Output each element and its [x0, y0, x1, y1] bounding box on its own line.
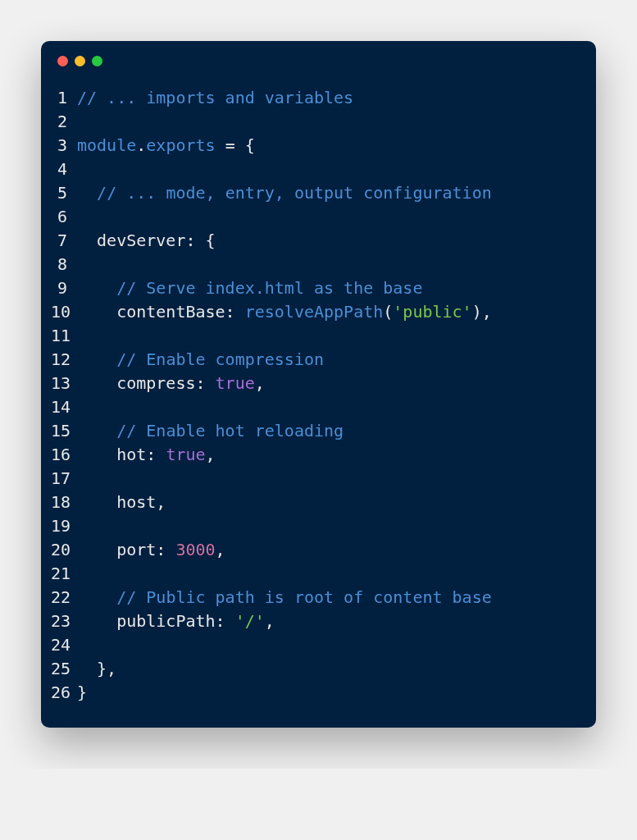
line-content: // ... mode, entry, output configuration [77, 181, 580, 205]
code-area[interactable]: 1// ... imports and variables23module.ex… [41, 76, 596, 708]
code-line: 17 [51, 467, 580, 491]
line-number: 17 [51, 467, 77, 491]
code-line: 2 [51, 110, 580, 134]
code-token: // Serve index.html as the base [116, 278, 422, 298]
code-token: host, [77, 492, 166, 512]
code-token [77, 587, 116, 607]
line-number: 5 [51, 181, 77, 205]
line-number: 23 [51, 609, 77, 633]
code-line: 8 [51, 253, 580, 276]
line-content [77, 395, 580, 419]
code-line: 23 publicPath: '/', [51, 609, 580, 633]
line-number: 24 [51, 633, 77, 657]
code-line: 13 compress: true, [51, 372, 580, 395]
line-content: contentBase: resolveAppPath('public'), [77, 300, 580, 324]
editor-window: 1// ... imports and variables23module.ex… [41, 41, 596, 728]
code-token: hot: [77, 445, 166, 464]
code-line: 9 // Serve index.html as the base [51, 276, 580, 300]
code-line: 1// ... imports and variables [51, 86, 580, 110]
line-number: 21 [51, 562, 77, 586]
code-token [77, 278, 116, 298]
code-line: 22 // Public path is root of content bas… [51, 586, 580, 609]
line-content: host, [77, 491, 580, 514]
code-line: 4 [51, 158, 580, 181]
line-number: 20 [51, 538, 77, 562]
code-line: 18 host, [51, 491, 580, 514]
minimize-icon[interactable] [75, 56, 85, 66]
code-token: contentBase: [77, 302, 245, 322]
code-token: ( [383, 302, 393, 322]
code-line: 24 [51, 633, 580, 657]
line-number: 16 [51, 443, 77, 467]
line-number: 26 [51, 681, 77, 705]
code-line: 21 [51, 562, 580, 586]
line-content [77, 633, 580, 657]
code-token [77, 183, 97, 203]
code-line: 16 hot: true, [51, 443, 580, 467]
code-line: 25 }, [51, 657, 580, 681]
line-content [77, 253, 580, 276]
code-line: 26} [51, 681, 580, 705]
code-line: 11 [51, 324, 580, 348]
code-line: 3module.exports = { [51, 134, 580, 158]
line-number: 7 [51, 229, 77, 253]
line-number: 18 [51, 491, 77, 514]
line-number: 11 [51, 324, 77, 348]
code-token: true [166, 445, 205, 464]
line-number: 25 [51, 657, 77, 681]
line-number: 8 [51, 253, 77, 276]
line-content [77, 158, 580, 181]
line-number: 19 [51, 514, 77, 538]
code-line: 7 devServer: { [51, 229, 580, 253]
code-token: // Enable compression [116, 349, 324, 369]
line-number: 1 [51, 86, 77, 110]
code-token: // ... mode, entry, output configuration [97, 183, 492, 203]
line-content: publicPath: '/', [77, 609, 580, 633]
code-token: '/' [235, 611, 265, 631]
code-line: 12 // Enable compression [51, 348, 580, 372]
code-token: // ... imports and variables [77, 88, 353, 107]
line-number: 6 [51, 205, 77, 229]
line-number: 4 [51, 158, 77, 181]
line-content: // Enable compression [77, 348, 580, 372]
maximize-icon[interactable] [92, 56, 102, 66]
code-line: 6 [51, 205, 580, 229]
line-content [77, 562, 580, 586]
code-token: // Public path is root of content base [116, 587, 492, 607]
line-content: module.exports = { [77, 134, 580, 158]
code-line: 10 contentBase: resolveAppPath('public')… [51, 300, 580, 324]
code-token: // Enable hot reloading [116, 421, 344, 441]
code-token: . [136, 135, 146, 155]
code-line: 5 // ... mode, entry, output configurati… [51, 181, 580, 205]
line-content: // Serve index.html as the base [77, 276, 580, 300]
line-content: // ... imports and variables [77, 86, 580, 110]
window-controls [41, 41, 596, 76]
line-content: port: 3000, [77, 538, 580, 562]
line-number: 13 [51, 372, 77, 395]
line-number: 10 [51, 300, 77, 324]
line-content [77, 514, 580, 538]
line-content: // Enable hot reloading [77, 419, 580, 443]
code-token [77, 421, 116, 441]
code-token: } [77, 682, 87, 702]
line-number: 2 [51, 110, 77, 134]
code-token: , [255, 373, 265, 393]
close-icon[interactable] [57, 56, 68, 66]
code-line: 15 // Enable hot reloading [51, 419, 580, 443]
code-token: , [206, 445, 216, 464]
code-token: compress: [77, 373, 216, 393]
code-token: }, [77, 659, 116, 678]
code-token: ), [472, 302, 492, 322]
line-content: compress: true, [77, 372, 580, 395]
code-token: devServer: { [77, 231, 216, 250]
line-content [77, 110, 580, 134]
code-token: 'public' [393, 302, 471, 322]
code-token: , [216, 540, 225, 559]
line-number: 12 [51, 348, 77, 372]
code-token: exports [146, 135, 215, 155]
line-content [77, 324, 580, 348]
code-line: 20 port: 3000, [51, 538, 580, 562]
code-token: port: [77, 540, 175, 559]
code-token [77, 349, 116, 369]
code-line: 19 [51, 514, 580, 538]
